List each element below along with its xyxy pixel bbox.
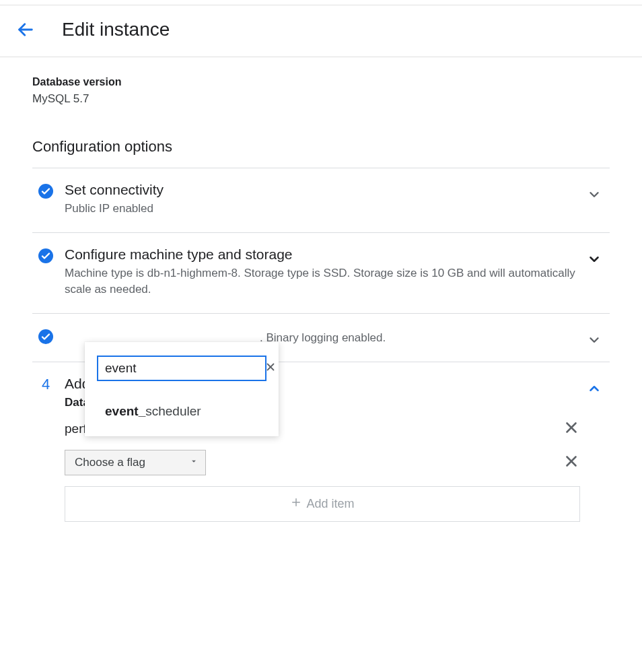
config-row-subtitle: Machine type is db-n1-highmem-8. Storage… xyxy=(65,265,583,298)
config-row-subtitle: Public IP enabled xyxy=(65,201,583,217)
caret-down-icon xyxy=(189,456,199,469)
remove-flag-icon[interactable] xyxy=(563,452,580,473)
config-row-connectivity[interactable]: Set connectivity Public IP enabled xyxy=(32,168,610,232)
autocomplete-option[interactable]: event_scheduler xyxy=(85,397,279,423)
plus-icon xyxy=(290,496,302,512)
page-header: Edit instance xyxy=(0,5,642,57)
window-top-border xyxy=(0,0,642,5)
status-complete-icon xyxy=(38,327,65,345)
add-item-label: Add item xyxy=(306,497,354,511)
choose-flag-select[interactable]: Choose a flag xyxy=(65,450,206,475)
step-number: 4 xyxy=(38,376,65,393)
status-complete-icon xyxy=(38,246,65,264)
chevron-up-icon[interactable] xyxy=(587,381,602,399)
autocomplete-input-wrap xyxy=(97,356,266,381)
flag-autocomplete-popover: event_scheduler xyxy=(85,342,279,436)
select-placeholder: Choose a flag xyxy=(75,456,145,469)
add-item-button[interactable]: Add item xyxy=(65,486,580,522)
autocomplete-input[interactable] xyxy=(105,361,264,376)
config-row-title: Set connectivity xyxy=(65,182,583,198)
autocomplete-option-match: event_ xyxy=(105,404,145,418)
flag-row-new: Choose a flag xyxy=(65,450,583,475)
remove-flag-icon[interactable] xyxy=(563,419,580,439)
chevron-down-icon[interactable] xyxy=(587,252,602,269)
config-row-title: Configure machine type and storage xyxy=(65,246,583,263)
config-row-subtitle-tail: . Binary logging enabled. xyxy=(260,331,386,344)
clear-input-icon[interactable] xyxy=(264,361,277,376)
chevron-down-icon[interactable] xyxy=(587,333,602,350)
config-row-machine[interactable]: Configure machine type and storage Machi… xyxy=(32,233,610,313)
db-version-label: Database version xyxy=(32,76,610,88)
config-options-heading: Configuration options xyxy=(32,138,610,156)
content-area: Database version MySQL 5.7 Configuration… xyxy=(0,57,642,537)
page-title: Edit instance xyxy=(62,19,170,40)
db-version-value: MySQL 5.7 xyxy=(32,92,610,106)
status-complete-icon xyxy=(38,182,65,199)
autocomplete-option-rest: scheduler xyxy=(145,404,201,418)
chevron-down-icon[interactable] xyxy=(587,187,602,205)
back-arrow-icon[interactable] xyxy=(16,20,35,39)
